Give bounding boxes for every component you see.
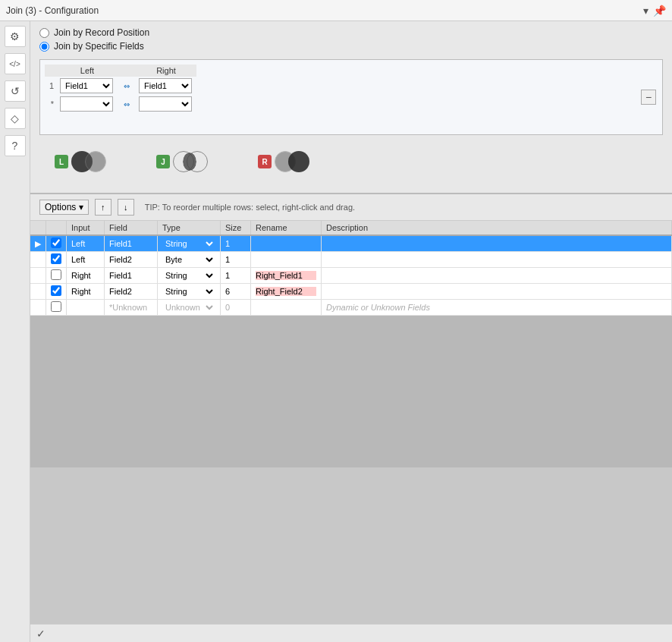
bottom-bar: ✓ <box>30 624 672 642</box>
fields-table: Left Right 1 Field1 <box>45 65 196 113</box>
row-size-cell: 1 <box>221 252 251 268</box>
radio-specific-fields-label: Join by Specific Fields <box>54 41 144 52</box>
row-checkbox-4[interactable] <box>51 285 61 296</box>
col-header-rename: Rename <box>251 221 322 235</box>
move-up-button[interactable]: ↑ <box>95 199 111 216</box>
right-join-diagram[interactable]: R <box>258 149 314 175</box>
gray-area <box>30 316 672 467</box>
rename-input-5[interactable] <box>256 303 316 312</box>
col-header-input: Input <box>67 221 105 235</box>
tag-icon[interactable]: ◇ <box>5 108 26 129</box>
row-rename-cell[interactable] <box>251 268 322 284</box>
code-icon[interactable]: </> <box>5 53 26 74</box>
rename-input-1[interactable] <box>256 239 316 248</box>
refresh-icon[interactable]: ↺ <box>5 80 26 102</box>
right-header: Right <box>136 65 196 77</box>
status-icon[interactable]: ✓ <box>36 628 46 640</box>
row-type-cell[interactable]: StringByteUnknown <box>158 284 221 300</box>
table-row: Right Field1 StringByteUnknown 1 <box>30 268 672 284</box>
pin-icon[interactable]: 📌 <box>653 5 666 17</box>
type-select-3[interactable]: StringByteUnknown <box>162 270 215 281</box>
table-row: Right Field2 StringByteUnknown 6 <box>30 284 672 300</box>
row-input-cell <box>67 300 105 316</box>
col-header-arrow <box>30 221 46 235</box>
arrow-btn-star[interactable]: ⇔ <box>121 100 133 109</box>
row-rename-cell[interactable] <box>251 252 322 268</box>
title-bar: Join (3) - Configuration ▾ 📌 <box>0 0 672 21</box>
sidebar: ⚙ </> ↺ ◇ ? <box>0 21 30 642</box>
output-table-container: Input Field Type Size Rename Description… <box>30 221 672 624</box>
type-select-5[interactable]: UnknownStringByte <box>162 302 215 313</box>
right-join-label: R <box>258 155 272 168</box>
arrow-btn-1[interactable]: ⇔ <box>121 82 133 90</box>
row-field-cell: Field1 <box>105 268 158 284</box>
row-check-cell[interactable] <box>46 284 67 300</box>
type-select-2[interactable]: ByteStringUnknown <box>162 254 215 265</box>
row-type-cell[interactable]: UnknownStringByte <box>158 300 221 316</box>
row-arrow-cell: ▶ <box>30 235 46 252</box>
row-field-cell: *Unknown <box>105 300 158 316</box>
row-num-1: 1 <box>45 77 57 95</box>
rename-input-3[interactable] <box>256 271 316 280</box>
move-down-button[interactable]: ↓ <box>118 199 134 216</box>
row-size-cell: 1 <box>221 268 251 284</box>
radio-specific-fields-input[interactable] <box>39 42 49 52</box>
row-checkbox-5[interactable] <box>51 301 61 312</box>
content-area: Join by Record Position Join by Specific… <box>30 21 672 642</box>
options-button[interactable]: Options ▾ <box>39 200 89 215</box>
settings-icon[interactable]: ⚙ <box>5 26 26 47</box>
row-rename-cell[interactable] <box>251 300 322 316</box>
row-check-cell[interactable] <box>46 252 67 268</box>
left-field-select-1[interactable]: Field1 Field2 <box>60 78 113 93</box>
row-size-cell: 1 <box>221 235 251 252</box>
row-pointer-icon: ▶ <box>35 239 41 248</box>
join-minus-button[interactable]: − <box>641 90 656 105</box>
rename-input-2[interactable] <box>256 255 316 264</box>
row-desc-cell: Dynamic or Unknown Fields <box>322 300 672 316</box>
row-desc-cell <box>322 268 672 284</box>
radio-specific-fields[interactable]: Join by Specific Fields <box>39 41 663 52</box>
join-fields-wrapper: Left Right 1 Field1 <box>45 65 639 113</box>
row-rename-cell[interactable] <box>251 284 322 300</box>
row-check-cell[interactable] <box>46 235 67 252</box>
right-field-select-1[interactable]: Field1 Field2 <box>139 78 192 93</box>
row-desc-cell <box>322 235 672 252</box>
up-arrow-icon: ↑ <box>101 203 105 212</box>
output-table: Input Field Type Size Rename Description… <box>30 221 672 316</box>
radio-group: Join by Record Position Join by Specific… <box>39 27 663 52</box>
type-select-4[interactable]: StringByteUnknown <box>162 286 215 297</box>
table-header-row: Input Field Type Size Rename Description <box>30 221 672 235</box>
row-rename-cell[interactable] <box>251 235 322 252</box>
row-check-cell[interactable] <box>46 300 67 316</box>
row-input-cell: Right <box>67 268 105 284</box>
row-type-cell[interactable]: StringByteUnknown <box>158 268 221 284</box>
left-join-diagram[interactable]: L <box>55 149 111 175</box>
col-header-field: Field <box>105 221 158 235</box>
row-field-cell: Field1 <box>105 235 158 252</box>
row-check-cell[interactable] <box>46 268 67 284</box>
inner-join-diagram[interactable]: J <box>156 149 212 175</box>
options-bar: Options ▾ ↑ ↓ TIP: To reorder multiple r… <box>30 194 672 221</box>
main-container: ⚙ </> ↺ ◇ ? Join by Record Position Join… <box>0 21 672 642</box>
row-input-cell: Right <box>67 284 105 300</box>
row-checkbox-2[interactable] <box>51 253 61 264</box>
rename-input-4[interactable] <box>256 287 316 296</box>
row-desc-cell <box>322 252 672 268</box>
row-type-cell[interactable]: StringByteUnknown <box>158 235 221 252</box>
col-header-desc: Description <box>322 221 672 235</box>
type-select-1[interactable]: StringByteUnknown <box>162 238 215 249</box>
config-panel: Join by Record Position Join by Specific… <box>30 21 672 193</box>
row-checkbox-3[interactable] <box>51 269 61 280</box>
collapse-icon[interactable]: ▾ <box>643 5 648 17</box>
left-header: Left <box>57 65 118 77</box>
help-icon[interactable]: ? <box>5 135 26 156</box>
radio-record-position[interactable]: Join by Record Position <box>39 27 663 38</box>
row-desc-cell <box>322 284 672 300</box>
left-field-select-star[interactable] <box>60 96 113 112</box>
row-field-cell: Field2 <box>105 284 158 300</box>
row-type-cell[interactable]: ByteStringUnknown <box>158 252 221 268</box>
radio-record-position-input[interactable] <box>39 28 49 38</box>
row-checkbox-1[interactable] <box>51 238 61 248</box>
row-size-cell: 6 <box>221 284 251 300</box>
right-field-select-star[interactable] <box>139 96 192 112</box>
